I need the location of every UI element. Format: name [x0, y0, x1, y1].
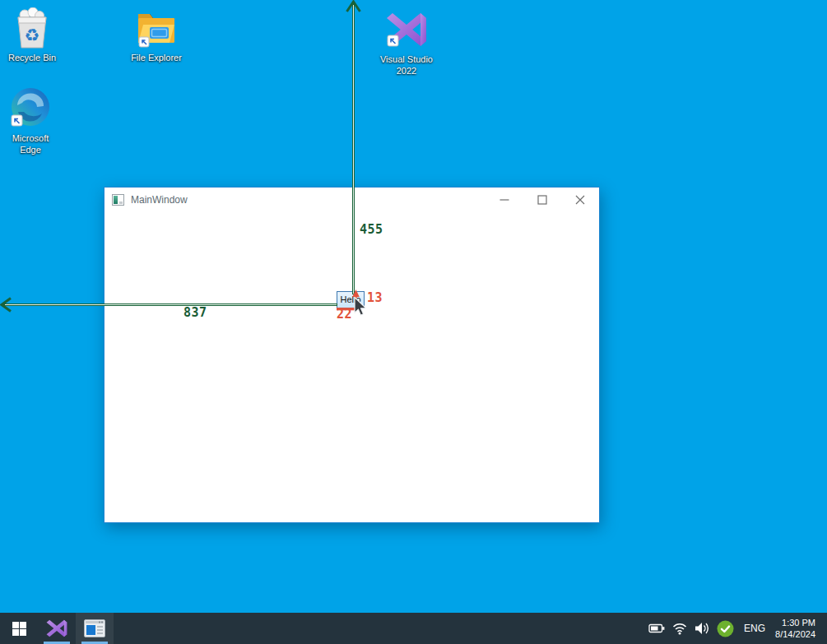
svg-text:♻: ♻ — [25, 25, 40, 45]
taskbar-clock[interactable]: 1:30 PM 8/14/2024 — [772, 613, 822, 644]
maximize-icon — [537, 195, 547, 205]
width-value-label: 22 — [337, 307, 352, 322]
wifi-icon[interactable] — [669, 613, 690, 644]
clock-time: 1:30 PM — [775, 617, 815, 628]
language-indicator[interactable]: ENG — [737, 613, 772, 644]
desktop-icon-recycle-bin[interactable]: ♻ Recycle Bin — [0, 7, 64, 63]
desktop[interactable]: ♻ Recycle Bin File Explorer — [0, 0, 827, 644]
shortcut-arrow-badge — [139, 37, 149, 47]
system-tray: ENG 1:30 PM 8/14/2024 — [645, 613, 827, 644]
battery-icon[interactable] — [645, 613, 669, 644]
close-icon — [575, 195, 585, 205]
shortcut-arrow-badge — [388, 35, 398, 46]
volume-icon[interactable] — [690, 613, 713, 644]
vertical-distance-label: 455 — [360, 222, 383, 237]
app-window: MainWindow Hello — [104, 187, 600, 523]
taskbar-item-visual-studio[interactable] — [38, 613, 76, 644]
hello-button[interactable]: Hello — [337, 291, 365, 308]
minimize-icon — [499, 195, 509, 205]
shortcut-arrow-badge — [12, 115, 22, 126]
microsoft-edge-icon — [9, 86, 52, 131]
desktop-icon-file-explorer[interactable]: File Explorer — [124, 7, 188, 63]
close-button[interactable] — [561, 188, 599, 211]
desktop-icon-microsoft-edge[interactable]: Microsoft Edge — [0, 86, 63, 155]
window-client-area: Hello — [105, 211, 599, 522]
start-button[interactable] — [0, 613, 38, 644]
window-controls — [486, 188, 599, 211]
taskbar-item-mainwindow[interactable] — [76, 613, 114, 644]
minimize-button[interactable] — [486, 188, 523, 211]
desktop-icon-label: Visual Studio 2022 — [378, 53, 435, 76]
windows-logo-icon — [12, 622, 26, 636]
security-check-icon[interactable] — [713, 613, 737, 644]
desktop-icon-visual-studio[interactable]: Visual Studio 2022 — [374, 7, 439, 76]
app-window-icon — [84, 619, 105, 637]
horizontal-distance-label: 837 — [184, 305, 207, 320]
window-titlebar[interactable]: MainWindow — [105, 188, 599, 211]
clock-date: 8/14/2024 — [775, 628, 815, 640]
visual-studio-icon — [45, 617, 68, 640]
app-window-icon — [112, 194, 124, 206]
window-title: MainWindow — [131, 194, 188, 206]
file-explorer-icon — [136, 7, 177, 50]
taskbar: ENG 1:30 PM 8/14/2024 — [0, 613, 827, 644]
maximize-button[interactable] — [523, 188, 561, 211]
desktop-icon-label: File Explorer — [131, 52, 182, 63]
desktop-icon-label: Recycle Bin — [8, 52, 56, 63]
desktop-icon-label: Microsoft Edge — [5, 132, 56, 155]
visual-studio-icon — [384, 7, 429, 52]
height-value-label: 13 — [367, 290, 383, 305]
recycle-bin-icon: ♻ — [12, 7, 53, 50]
